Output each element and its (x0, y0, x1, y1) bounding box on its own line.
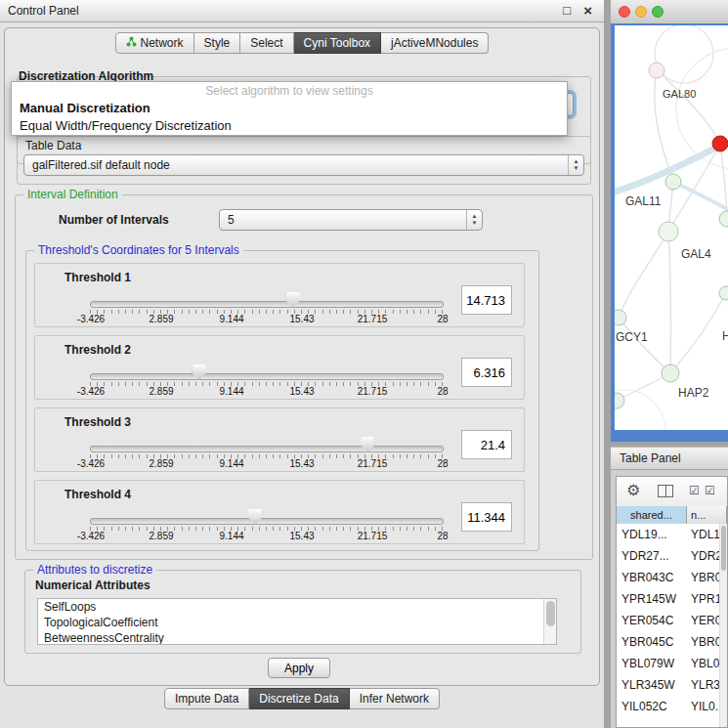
control-panel-window: Control Panel □ × Discretization Algorit… (0, 0, 604, 728)
gear-icon[interactable]: ⚙ (626, 481, 640, 499)
tab-style[interactable]: Style (194, 32, 241, 54)
threshold-4-label: Threshold 4 (64, 488, 131, 501)
threshold-3-slider-track[interactable] (90, 446, 444, 452)
threshold-1-label: Threshold 1 (64, 271, 131, 284)
numerical-attributes-heading: Numerical Attributes (35, 578, 150, 592)
columns-icon[interactable] (658, 485, 673, 497)
cell[interactable]: YIL052C (617, 696, 687, 717)
dropdown-placeholder-option[interactable]: Select algorithm to view settings (12, 82, 567, 100)
slider-tick-marks (90, 310, 443, 314)
number-of-intervals-select[interactable]: 5 ▲▼ (219, 209, 483, 231)
window-title: Control Panel (8, 0, 79, 21)
list-item[interactable]: SelfLoops (38, 599, 556, 615)
table-header-row: shared... n... (617, 506, 727, 524)
dropdown-option-equal-width[interactable]: Equal Width/Frequency Discretization (12, 117, 567, 135)
desktop: Control Panel □ × Discretization Algorit… (0, 0, 728, 728)
threshold-2-label: Threshold 2 (64, 343, 131, 357)
table-row[interactable]: YBL079W YBL0... (617, 653, 727, 674)
cell[interactable]: YBR043C (617, 567, 687, 588)
threshold-2-value-field[interactable] (461, 358, 512, 387)
cell[interactable]: YBL079W (617, 653, 687, 674)
network-canvas[interactable]: GAL80 GAL11 GAL4 GCY1 HAP2 H (615, 25, 728, 430)
table-row[interactable]: YDL19... YDL1... (617, 524, 727, 545)
scale-label: 2.859 (149, 458, 173, 469)
tab-jactivemnodules[interactable]: jActiveMNodules (381, 32, 489, 54)
node[interactable] (719, 211, 728, 227)
cell[interactable]: YDR27... (617, 545, 687, 567)
tab-network[interactable]: Network (115, 32, 194, 54)
table-scrollbar[interactable] (719, 524, 727, 727)
table-toolbar: ⚙ ☑ ☑ (617, 477, 727, 507)
minimize-traffic-light[interactable] (635, 6, 647, 18)
scale-label: 21.715 (358, 458, 388, 469)
table-row[interactable]: YDR27... YDR2... (617, 545, 727, 567)
tab-label: Network (141, 36, 184, 50)
table-panel-titlebar: Table Panel (611, 447, 728, 470)
node[interactable] (615, 310, 626, 325)
list-scrollbar[interactable] (543, 599, 556, 644)
list-item[interactable]: TopologicalCoefficient (38, 615, 556, 630)
tab-label: Discretize Data (259, 692, 338, 706)
tab-infer-network[interactable]: Infer Network (350, 688, 440, 709)
table-row[interactable]: YLR345W YLR3... (617, 674, 727, 696)
scale-label: 2.859 (149, 531, 173, 541)
node[interactable] (659, 222, 678, 241)
algorithm-dropdown-popup: Select algorithm to view settings Manual… (11, 81, 568, 136)
apply-button[interactable]: Apply (268, 658, 330, 678)
scrollbar-thumb[interactable] (546, 601, 555, 626)
dropdown-option-manual[interactable]: Manual Discretization (12, 100, 567, 117)
attributes-group-title: Attributes to discretize (33, 563, 156, 577)
cell[interactable]: YBR045C (617, 631, 687, 653)
cell[interactable]: YLR345W (617, 674, 687, 696)
scale-label: 28 (437, 531, 448, 541)
threshold-4-slider-track[interactable] (90, 518, 444, 525)
column-header-name[interactable]: n... (687, 506, 727, 524)
cell[interactable]: YDL19... (617, 524, 687, 545)
tab-select[interactable]: Select (240, 32, 293, 54)
threshold-1-slider-track[interactable] (90, 301, 444, 308)
zoom-traffic-light[interactable] (652, 6, 664, 18)
scale-label: 15.43 (289, 314, 314, 324)
tab-discretize-data[interactable]: Discretize Data (249, 688, 349, 709)
attributes-group: Attributes to discretize Numerical Attri… (24, 570, 581, 654)
tab-label: Infer Network (360, 692, 429, 706)
table-data-group: Table Data galFiltered.sif default node … (17, 136, 591, 185)
scale-label: 15.43 (289, 458, 314, 469)
selected-node[interactable] (712, 136, 728, 151)
tab-label: Select (250, 36, 282, 50)
node[interactable] (719, 286, 728, 300)
close-traffic-light[interactable] (619, 6, 630, 18)
cell[interactable]: YPR145W (617, 588, 687, 610)
checkbox-icon[interactable]: ☑ (705, 484, 715, 497)
threshold-1-value-field[interactable] (461, 285, 512, 315)
table-row[interactable]: YIL052C YIL0... (617, 696, 727, 717)
interval-definition-group: Interval Definition Number of Intervals … (15, 194, 593, 560)
table-row[interactable]: YER054C YER0... (617, 610, 727, 631)
checkbox-icon[interactable]: ☑ (689, 484, 700, 497)
scrollbar-thumb[interactable] (721, 526, 726, 571)
node[interactable] (662, 364, 679, 382)
threshold-2-slider-track[interactable] (90, 373, 444, 380)
table-row[interactable]: YBR045C YBR0... (617, 631, 727, 653)
table-row[interactable]: YPR145W YPR1... (617, 588, 727, 610)
cell[interactable]: YER054C (617, 610, 687, 631)
interval-definition-title: Interval Definition (23, 188, 122, 201)
node[interactable] (665, 174, 681, 190)
close-icon[interactable]: × (583, 0, 592, 21)
table-panel-title: Table Panel (611, 451, 681, 465)
tab-impute-data[interactable]: Impute Data (164, 688, 249, 709)
scale-label: 9.144 (219, 386, 243, 397)
tab-cyni-toolbox[interactable]: Cyni Toolbox (294, 32, 381, 54)
node-label: H (722, 329, 728, 343)
threshold-3-value-field[interactable] (461, 430, 512, 459)
threshold-4-value-field[interactable] (461, 502, 512, 532)
table-data-select[interactable]: galFiltered.sif default node ▲▼ (23, 154, 584, 176)
table-row[interactable]: YBR043C YBR0... (617, 567, 727, 588)
float-window-icon[interactable]: □ (563, 0, 571, 21)
column-header-shared-name[interactable]: shared... (617, 506, 687, 524)
top-tab-bar: Network Style Select Cyni Toolbox jActiv… (0, 32, 604, 54)
node[interactable] (649, 63, 664, 78)
network-window-titlebar (611, 0, 728, 24)
list-item[interactable]: BetweennessCentrality (38, 630, 556, 645)
node[interactable] (615, 393, 624, 408)
